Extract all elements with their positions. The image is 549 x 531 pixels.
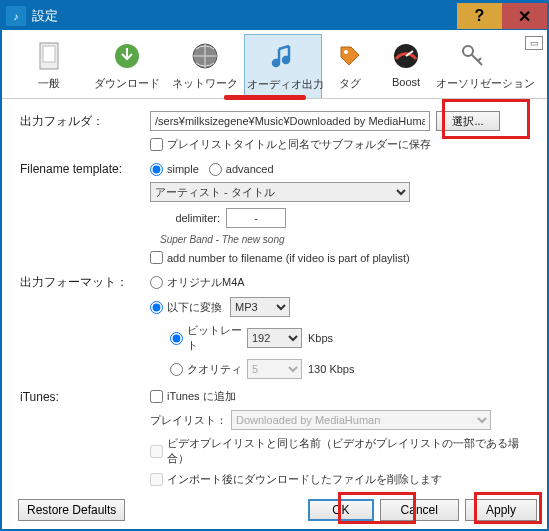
select-folder-button[interactable]: 選択...: [436, 111, 500, 131]
bitrate-select[interactable]: 192: [247, 328, 302, 348]
quality-radio[interactable]: [170, 363, 183, 376]
detach-icon[interactable]: ▭: [525, 36, 543, 50]
template-hint: Super Band - The new song: [160, 234, 529, 245]
add-number-checkbox[interactable]: [150, 251, 163, 264]
window-title: 設定: [32, 7, 58, 25]
tab-audio-output[interactable]: オーディオ出力: [244, 34, 322, 98]
svg-point-5: [283, 57, 289, 63]
quality-kbps: 130 Kbps: [308, 363, 354, 375]
itunes-label: iTunes:: [20, 390, 150, 404]
bitrate-label: ビットレート: [187, 323, 247, 353]
playlist-label: プレイリスト：: [150, 413, 227, 428]
kbps-label: Kbps: [308, 332, 333, 344]
ok-button[interactable]: OK: [308, 499, 373, 521]
template-simple-label: simple: [167, 163, 199, 175]
template-label: Filename template:: [20, 162, 150, 176]
output-folder-input[interactable]: [150, 111, 430, 131]
svg-point-6: [344, 50, 348, 54]
delimiter-label: delimiter:: [170, 212, 220, 224]
template-advanced-label: advanced: [226, 163, 274, 175]
original-m4a-label: オリジナルM4A: [167, 275, 245, 290]
svg-line-11: [478, 58, 481, 61]
titlebar: ♪ 設定 ? ✕: [2, 2, 547, 30]
network-icon: [187, 38, 223, 74]
tab-download[interactable]: ダウンロード: [88, 34, 166, 98]
tab-boost[interactable]: Boost: [378, 34, 434, 98]
convert-radio[interactable]: [150, 301, 163, 314]
template-advanced-radio[interactable]: [209, 163, 222, 176]
save-subfolder-label: プレイリストタイトルと同名でサブフォルダーに保存: [167, 137, 431, 152]
delete-after-checkbox: [150, 473, 163, 486]
general-icon: [31, 38, 67, 74]
quality-select: 5: [247, 359, 302, 379]
audio-icon: [265, 39, 301, 75]
bitrate-radio[interactable]: [170, 332, 183, 345]
tag-icon: [332, 38, 368, 74]
original-m4a-radio[interactable]: [150, 276, 163, 289]
playlist-select: Downloaded by MediaHuman: [231, 410, 491, 430]
key-icon: [455, 38, 491, 74]
format-select[interactable]: MP3: [230, 297, 290, 317]
svg-rect-1: [43, 46, 55, 62]
restore-defaults-button[interactable]: Restore Defaults: [18, 499, 125, 521]
settings-window: ♪ 設定 ? ✕ 一般 ダウンロード ネットワーク オーディオ出力 タグ Boo…: [0, 0, 549, 531]
format-label: 出力フォーマット：: [20, 274, 150, 291]
template-select[interactable]: アーティスト - タイトル: [150, 182, 410, 202]
content: 出力フォルダ： 選択... プレイリストタイトルと同名でサブフォルダーに保存 F…: [2, 99, 547, 501]
video-playlist-checkbox: [150, 445, 163, 458]
close-button[interactable]: ✕: [502, 3, 547, 29]
video-playlist-label: ビデオプレイリストと同じ名前（ビデオがプレイリストの一部である場合）: [167, 436, 529, 466]
svg-point-4: [273, 60, 279, 66]
itunes-checkbox[interactable]: [150, 390, 163, 403]
boost-icon: [388, 38, 424, 74]
add-number-label: add number to filename (if video is part…: [167, 252, 410, 264]
tab-tag[interactable]: タグ: [322, 34, 378, 98]
convert-label: 以下に変換: [167, 300, 222, 315]
template-simple-radio[interactable]: [150, 163, 163, 176]
delimiter-input[interactable]: [226, 208, 286, 228]
apply-button[interactable]: Apply: [465, 499, 537, 521]
output-folder-label: 出力フォルダ：: [20, 113, 150, 130]
tab-authorization[interactable]: オーソリゼーション: [434, 34, 512, 98]
tab-network[interactable]: ネットワーク: [166, 34, 244, 98]
toolbar: 一般 ダウンロード ネットワーク オーディオ出力 タグ Boost オーソリゼー…: [2, 30, 547, 99]
footer: Restore Defaults OK Cancel Apply: [12, 499, 537, 521]
delete-after-label: インポート後にダウンロードしたファイルを削除します: [167, 472, 442, 487]
cancel-button[interactable]: Cancel: [380, 499, 459, 521]
app-icon: ♪: [6, 6, 26, 26]
save-subfolder-checkbox[interactable]: [150, 138, 163, 151]
help-button[interactable]: ?: [457, 3, 502, 29]
quality-label: クオリティ: [187, 362, 247, 377]
tab-general[interactable]: 一般: [10, 34, 88, 98]
itunes-add-label: iTunes に追加: [167, 389, 236, 404]
download-icon: [109, 38, 145, 74]
